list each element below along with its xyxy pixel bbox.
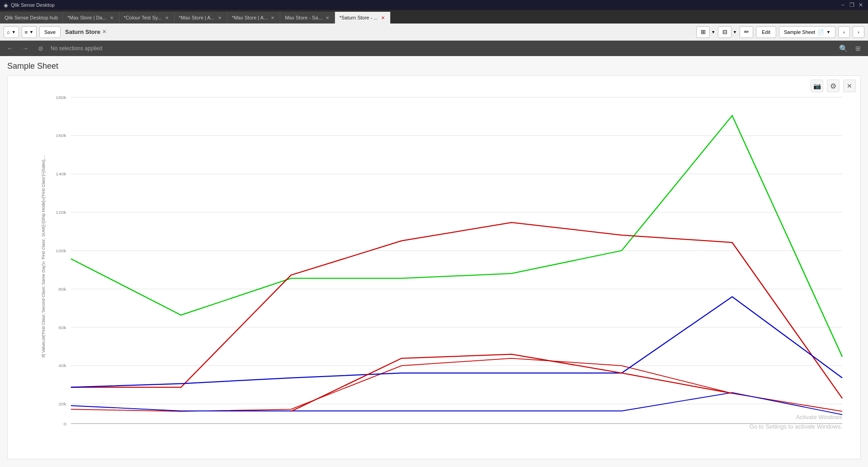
clear-button[interactable]: ⊘ <box>35 43 46 54</box>
minimize-button[interactable]: − <box>839 2 846 8</box>
tab-maxstore-a2[interactable]: *Max Store | A... ✕ <box>227 12 280 24</box>
x-label-4: 04.05.17 <box>392 432 411 436</box>
x-label-2: 02.05.17 <box>171 432 191 436</box>
tab-saturn-store[interactable]: *Saturn Store - ... ✕ <box>335 12 391 24</box>
clear-icon: ⊘ <box>38 45 43 52</box>
x-axis-label: Date, Synthetic Dimension <box>425 444 488 449</box>
y-label-180k: 180k <box>56 95 67 99</box>
x-label-3: 03.05.17 <box>281 432 301 436</box>
tab-label: *Colour Test Sy... <box>124 15 162 20</box>
tab-maxstore-da[interactable]: *Max Store | Da... ✕ <box>63 12 119 24</box>
close-window-button[interactable]: ✕ <box>857 2 864 8</box>
tab-hub[interactable]: Qlik Sense Desktop hub <box>0 12 63 24</box>
screenshot-icon: ⊞ <box>701 28 706 35</box>
pencil-icon: ✏ <box>744 28 749 35</box>
page-content: Sample Sheet 📷 ⚙ ✕ If( ValueList('First … <box>0 56 868 467</box>
tab-maxstore-a1[interactable]: *Max Store | A... ✕ <box>175 12 227 24</box>
blue-line-lower <box>71 392 842 415</box>
y-label-160k: 160k <box>56 133 67 138</box>
chart-close-button[interactable]: ✕ <box>843 80 856 92</box>
tab-close-icon[interactable]: ✕ <box>325 15 330 21</box>
layout-button[interactable]: ⊟ <box>718 26 731 38</box>
dropdown-arrow: ▼ <box>29 30 33 34</box>
app-icon: ◈ <box>4 2 8 9</box>
search-icon: 🔍 <box>839 45 848 52</box>
toolbar: ⌂ ▼ ≡ ▼ Save Saturn Store ✕ ⊞ ▼ ⊟ ▼ ✏ Ed… <box>0 24 868 41</box>
home-icon: ⌂ <box>7 29 10 35</box>
home-dropdown-button[interactable]: ⌂ ▼ <box>4 26 19 38</box>
app-name-close-icon[interactable]: ✕ <box>102 29 106 35</box>
x-label-8: 08.05.17 <box>833 432 852 436</box>
title-bar-text: Qlik Sense Desktop <box>11 2 55 8</box>
line-chart: If( ValueList('First Class','Second Clas… <box>8 76 860 459</box>
blue-line-upper <box>71 297 842 387</box>
forward-button[interactable]: → <box>20 43 31 54</box>
nav-prev-button[interactable]: ‹ <box>838 26 850 38</box>
title-bar: ◈ Qlik Sense Desktop − ❐ ✕ <box>0 0 868 10</box>
search-button[interactable]: 🔍 <box>839 44 848 53</box>
nav-dropdown-button[interactable]: ≡ ▼ <box>22 26 37 38</box>
no-selections-text: No selections applied <box>51 45 102 52</box>
x-label-1: 01.05.17 <box>61 432 80 436</box>
chart-toolbar: 📷 ⚙ ✕ <box>811 80 856 92</box>
tab-label: *Max Store | Da... <box>67 15 107 20</box>
save-button[interactable]: Save <box>39 26 61 38</box>
pencil-button[interactable]: ✏ <box>740 26 753 38</box>
y-label-40k: 40k <box>58 363 66 368</box>
tab-label: Max Store - Sa... <box>285 15 322 20</box>
camera-icon: 📷 <box>813 82 821 90</box>
select-fields-icon: ⊞ <box>855 45 861 52</box>
tab-close-icon[interactable]: ✕ <box>109 15 114 21</box>
red-line-lower <box>71 359 842 411</box>
tab-maxstore-sa[interactable]: Max Store - Sa... ✕ <box>280 12 335 24</box>
restore-button[interactable]: ❐ <box>848 2 855 8</box>
nav-lines-icon: ≡ <box>25 29 28 35</box>
y-label-20k: 20k <box>58 402 66 406</box>
tab-close-icon[interactable]: ✕ <box>217 15 222 21</box>
sample-sheet-button[interactable]: Sample Sheet 📄 ▼ <box>779 26 835 38</box>
y-label-60k: 60k <box>58 325 66 330</box>
tab-label: *Saturn Store - ... <box>340 15 378 20</box>
chart-camera-button[interactable]: 📷 <box>811 80 823 92</box>
screenshot-button[interactable]: ⊞ <box>696 26 710 38</box>
y-label-0: 0 <box>64 421 66 426</box>
x-label-7: 07.05.17 <box>722 432 742 436</box>
tab-label: *Max Store | A... <box>232 15 268 20</box>
sheet-dropdown[interactable]: ▼ <box>826 30 830 34</box>
tab-close-icon[interactable]: ✕ <box>164 15 170 21</box>
back-icon: ← <box>7 45 13 52</box>
chart-container: 📷 ⚙ ✕ If( ValueList('First Class','Secon… <box>7 75 861 459</box>
save-label: Save <box>44 29 56 35</box>
chart-settings-button[interactable]: ⚙ <box>827 80 840 92</box>
sheet-title: Sample Sheet <box>7 61 861 71</box>
nav-next-button[interactable]: › <box>853 26 864 38</box>
sample-sheet-label: Sample Sheet <box>784 29 815 35</box>
tab-label: *Max Store | A... <box>179 15 215 20</box>
y-label-80k: 80k <box>58 287 66 291</box>
selections-bar: ← → ⊘ No selections applied 🔍 ⊞ <box>0 41 868 56</box>
y-label-120k: 120k <box>56 210 67 215</box>
red-line-upper <box>71 222 842 398</box>
tab-colour-test[interactable]: *Colour Test Sy... ✕ <box>119 12 175 24</box>
y-label-140k: 140k <box>56 172 67 176</box>
tab-close-icon[interactable]: ✕ <box>380 15 386 21</box>
back-button[interactable]: ← <box>5 43 15 54</box>
edit-button[interactable]: Edit <box>756 26 776 38</box>
y-label-100k: 100k <box>56 248 67 253</box>
sheet-icon: 📄 <box>817 29 824 35</box>
dropdown-arrow: ▼ <box>12 30 16 34</box>
y-axis-label: If( ValueList('First Class','Second Clas… <box>41 155 46 358</box>
chart-close-icon: ✕ <box>847 82 852 90</box>
tab-close-icon[interactable]: ✕ <box>270 15 275 21</box>
x-label-5: 05.05.17 <box>502 432 521 436</box>
select-fields-button[interactable]: ⊞ <box>853 43 863 54</box>
settings-icon: ⚙ <box>830 82 836 90</box>
layout-icon: ⊟ <box>722 28 727 35</box>
app-name: Saturn Store ✕ <box>65 28 106 35</box>
forward-icon: → <box>22 45 28 52</box>
layout-dropdown[interactable]: ▼ <box>733 30 737 34</box>
screenshot-dropdown[interactable]: ▼ <box>711 30 715 34</box>
x-label-6: 06.05.17 <box>612 432 632 436</box>
tab-hub-label: Qlik Sense Desktop hub <box>5 15 58 20</box>
tab-bar: Qlik Sense Desktop hub *Max Store | Da..… <box>0 10 868 24</box>
